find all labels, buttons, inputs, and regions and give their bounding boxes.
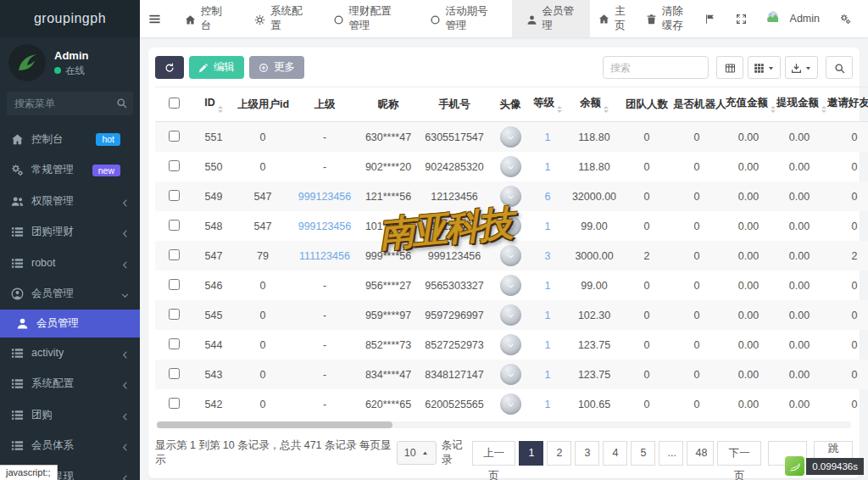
sidebar-item[interactable]: 常规管理 new [0, 155, 140, 187]
top-tab[interactable]: 会员管理 [512, 0, 591, 37]
sidebar-toggle-button[interactable] [140, 0, 170, 37]
user-menu[interactable]: Admin [759, 0, 828, 37]
column-header[interactable]: 余额 [565, 87, 623, 122]
cell-parent[interactable]: - [291, 389, 359, 419]
avatar[interactable] [500, 126, 521, 148]
column-header[interactable]: 团队人数 [623, 87, 670, 122]
cell-level[interactable]: 1 [530, 330, 565, 360]
avatar[interactable] [500, 275, 521, 296]
page-button[interactable]: 1 [519, 441, 543, 466]
cell-level[interactable]: 1 [530, 211, 565, 241]
avatar[interactable] [500, 186, 521, 207]
sidebar-item[interactable]: 团购理财 [0, 217, 140, 248]
column-header[interactable]: 头像 [491, 87, 530, 122]
page-button[interactable]: ... [659, 441, 683, 466]
cell-level[interactable]: 1 [530, 389, 565, 419]
row-checkbox[interactable] [169, 190, 180, 201]
edit-button[interactable]: 编辑 [189, 56, 244, 79]
clear-cache-link[interactable]: 清除缓存 [637, 0, 693, 37]
refresh-button[interactable] [155, 56, 184, 79]
column-header[interactable]: 提现金额 [774, 87, 825, 122]
page-button[interactable]: 4 [603, 441, 627, 466]
avatar[interactable] [500, 334, 521, 355]
sidebar-item[interactable]: 系统配置 [0, 369, 140, 400]
column-header[interactable]: 上级 [291, 87, 359, 122]
top-tab[interactable]: 理财配置管理 [319, 0, 415, 37]
cell-parent[interactable]: - [291, 300, 359, 330]
menu-search-input[interactable] [7, 92, 133, 115]
top-tab[interactable]: 控制台 [170, 0, 240, 37]
avatar[interactable] [500, 304, 521, 326]
cell-level[interactable]: 1 [530, 360, 565, 389]
cell-parent[interactable]: 111123456 [291, 241, 359, 271]
scrollbar-thumb[interactable] [157, 421, 392, 428]
cell-parent[interactable]: - [291, 152, 359, 181]
cell-level[interactable]: 1 [530, 271, 565, 300]
column-header[interactable]: 昵称 [359, 87, 418, 122]
column-header[interactable]: 等级 [530, 87, 565, 122]
columns-button[interactable] [748, 56, 781, 79]
page-button[interactable]: 2 [547, 441, 571, 466]
sidebar-item[interactable]: 会员管理 [0, 279, 140, 310]
avatar[interactable] [500, 364, 521, 385]
avatar[interactable] [8, 44, 46, 81]
home-link[interactable]: 主页 [590, 0, 634, 37]
page-button[interactable]: 上一页 [472, 441, 516, 466]
top-tab[interactable]: 活动期号管理 [415, 0, 512, 37]
avatar[interactable] [500, 156, 521, 177]
more-button[interactable]: 更多 [249, 56, 304, 79]
top-tab[interactable]: 系统配置 [240, 0, 319, 37]
table-search-input[interactable] [603, 56, 709, 79]
thinkphp-icon[interactable] [785, 456, 804, 476]
sidebar-item[interactable]: activity [0, 338, 140, 369]
page-button[interactable]: 下一页 [717, 441, 761, 466]
sidebar-item[interactable]: robot [0, 248, 140, 279]
cell-parent[interactable]: - [291, 360, 359, 389]
column-header[interactable]: ID [192, 87, 235, 122]
cell-level[interactable]: 3 [530, 241, 565, 271]
sidebar-item[interactable]: 控制台 hot [0, 124, 140, 155]
sidebar-item[interactable]: 会员管理 [0, 310, 140, 338]
row-checkbox[interactable] [169, 338, 180, 349]
cell-parent[interactable]: 999123456 [291, 181, 359, 211]
cell-parent[interactable]: - [291, 122, 359, 153]
export-button[interactable] [785, 56, 818, 79]
column-header[interactable]: 邀请好友数 [825, 87, 868, 122]
row-checkbox[interactable] [169, 368, 180, 379]
sidebar-item[interactable]: 会员体系 [0, 431, 140, 462]
sidebar-item[interactable]: 团购 [0, 399, 140, 431]
row-checkbox[interactable] [169, 160, 180, 171]
cell-parent[interactable]: - [291, 330, 359, 360]
avatar[interactable] [500, 215, 521, 237]
row-checkbox[interactable] [169, 309, 180, 320]
select-all-checkbox[interactable] [169, 98, 180, 109]
fullscreen-button[interactable] [727, 0, 755, 37]
column-header[interactable]: 是否机器人 [670, 87, 723, 122]
avatar[interactable] [500, 393, 521, 415]
sidebar-item[interactable]: 权限管理 [0, 186, 140, 217]
page-button[interactable]: 5 [631, 441, 655, 466]
horizontal-scrollbar[interactable] [157, 421, 851, 428]
row-checkbox[interactable] [169, 249, 180, 260]
cell-level[interactable]: 1 [530, 152, 565, 181]
language-button[interactable] [696, 0, 724, 37]
cell-parent[interactable]: - [291, 271, 359, 300]
row-checkbox[interactable] [169, 220, 180, 231]
cell-level[interactable]: 1 [530, 300, 565, 330]
cell-level[interactable]: 6 [530, 181, 565, 211]
toggle-view-button[interactable] [716, 56, 743, 79]
column-header[interactable]: 充值金额 [723, 87, 774, 122]
cell-parent[interactable]: 999123456 [291, 211, 359, 241]
settings-button[interactable] [832, 0, 860, 37]
row-checkbox[interactable] [169, 398, 180, 409]
cell-level[interactable]: 1 [530, 122, 565, 153]
page-size-select[interactable]: 10 [397, 441, 437, 465]
column-header[interactable]: 上级用户id [235, 87, 291, 122]
row-checkbox[interactable] [169, 279, 180, 290]
row-checkbox[interactable] [169, 131, 180, 142]
page-button[interactable]: 3 [575, 441, 599, 466]
avatar[interactable] [500, 245, 521, 266]
search-button[interactable] [826, 56, 853, 79]
column-header[interactable]: 手机号 [418, 87, 491, 122]
page-button[interactable]: 48 [687, 441, 714, 466]
